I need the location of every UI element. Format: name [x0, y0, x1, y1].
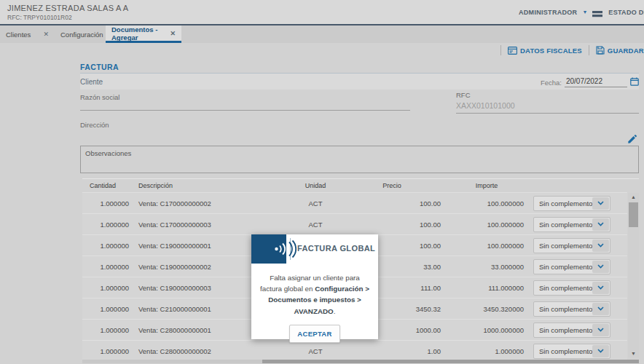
cell-importe: 100.000000 — [447, 242, 527, 250]
cell-unidad: ACT — [294, 199, 337, 207]
col-header-unidad: Unidad — [294, 182, 337, 189]
scrollbar-thumb[interactable] — [629, 202, 638, 227]
card-icon — [592, 8, 603, 16]
cell-cantidad: 1.000000 — [82, 242, 133, 250]
chevron-down-icon[interactable]: ▼ — [582, 9, 587, 15]
chevron-down-icon[interactable] — [592, 345, 609, 357]
chevron-down-icon[interactable] — [592, 218, 609, 231]
guardar-button[interactable]: GUARDAR — [596, 46, 644, 55]
complemento-selected-value: Sin complemento — [534, 221, 592, 229]
save-icon — [596, 46, 605, 55]
razon-social-label: Razón social — [80, 93, 119, 101]
complemento-selected-value: Sin complemento — [534, 305, 592, 313]
complemento-select[interactable]: Sin complemento — [533, 280, 610, 296]
dialog-message: Falta asignar un cliente para factura gl… — [251, 264, 378, 317]
scroll-up-icon[interactable]: ▲ — [628, 193, 639, 201]
cell-cantidad: 1.000000 — [82, 199, 133, 207]
tab-bar: Clientes ✕ Configuración ✕ Documentos - … — [0, 25, 644, 43]
close-icon[interactable]: ✕ — [170, 30, 176, 37]
cell-descripcion: Venta: C280000000002 — [133, 347, 294, 355]
cell-importe: 1.000000 — [447, 347, 527, 355]
tab-label: Configuración — [60, 31, 103, 39]
cell-importe: 33.000000 — [447, 263, 527, 271]
app-header: JIMENEZ ESTRADA SALAS A A RFC: TRPY01010… — [0, 0, 644, 24]
datos-fiscales-button[interactable]: DATOS FISCALES — [508, 47, 582, 55]
fecha-label: Fecha: — [541, 79, 562, 87]
aceptar-button[interactable]: ACEPTAR — [289, 325, 340, 343]
chevron-down-icon[interactable] — [592, 303, 609, 315]
calendar-icon[interactable] — [630, 76, 639, 89]
complemento-select[interactable]: Sin complemento — [533, 196, 610, 211]
complemento-selected-value: Sin complemento — [534, 347, 592, 355]
cell-precio: 100.00 — [337, 221, 447, 229]
tab-clientes[interactable]: Clientes ✕ — [0, 25, 55, 43]
horizontal-scrollbar-thumb[interactable] — [262, 360, 639, 363]
observaciones-input[interactable] — [81, 146, 638, 173]
cell-cantidad: 1.000000 — [82, 305, 133, 313]
chevron-down-icon[interactable] — [592, 324, 609, 336]
complemento-select[interactable]: Sin complemento — [533, 238, 610, 253]
col-header-cantidad: Cantidad — [82, 182, 133, 189]
cell-importe: 100.000000 — [447, 199, 527, 207]
cell-cantidad: 1.000000 — [82, 326, 133, 334]
complemento-select[interactable]: Sin complemento — [533, 217, 610, 232]
complemento-select[interactable]: Sin complemento — [533, 301, 610, 317]
complemento-select[interactable]: Sin complemento — [533, 323, 610, 338]
chevron-down-icon[interactable] — [592, 261, 609, 273]
rfc-input[interactable]: XAXX010101000 — [456, 101, 515, 110]
cliente-label: Cliente — [80, 78, 103, 86]
cell-unidad: ACT — [294, 347, 337, 355]
table-row[interactable]: 1.000000 Venta: C280000000002 ACT 1.00 1… — [82, 340, 627, 361]
tab-configuracion[interactable]: Configuración ✕ — [55, 25, 106, 43]
tab-label: Clientes — [6, 31, 31, 39]
sound-waves-icon — [273, 240, 297, 261]
cell-importe: 100.000000 — [447, 221, 527, 229]
fiscal-card-icon — [508, 47, 517, 55]
cell-cantidad: 1.000000 — [82, 263, 133, 271]
cell-importe: 3450.320000 — [447, 305, 527, 313]
complemento-select[interactable]: Sin complemento — [533, 344, 610, 359]
cell-cantidad: 1.000000 — [82, 284, 133, 292]
estado-del-link[interactable]: ESTADO DEL S — [608, 9, 644, 16]
cell-descripcion: Venta: C170000000002 — [133, 199, 294, 207]
fecha-group: Fecha: 20/07/2022 — [541, 76, 639, 89]
cell-precio: 1.00 — [337, 347, 447, 355]
tab-label: Documentos - Agregar — [111, 25, 162, 41]
chevron-down-icon[interactable] — [592, 240, 609, 252]
cell-precio: 100.00 — [337, 199, 447, 207]
dialog-header: FACTURA GLOBAL — [251, 234, 378, 264]
cell-unidad: ACT — [294, 221, 337, 229]
close-icon[interactable]: ✕ — [43, 31, 49, 38]
razon-social-input[interactable] — [80, 110, 410, 111]
user-menu[interactable]: ADMINISTRADOR — [519, 9, 577, 16]
col-header-precio: Precio — [337, 182, 447, 189]
table-header-row: Cantidad Descripción Unidad Precio Impor… — [82, 179, 627, 192]
chevron-down-icon[interactable] — [592, 197, 609, 210]
rfc-label: RFC — [456, 91, 471, 99]
complemento-selected-value: Sin complemento — [534, 284, 592, 292]
vertical-scrollbar[interactable]: ▲ ▼ — [628, 193, 639, 357]
fecha-input[interactable]: 20/07/2022 — [565, 77, 627, 87]
app-window: JIMENEZ ESTRADA SALAS A A RFC: TRPY01010… — [0, 0, 644, 364]
horizontal-scrollbar[interactable] — [82, 360, 639, 363]
cell-descripcion: Venta: C170000000003 — [133, 221, 294, 229]
tab-documentos-agregar[interactable]: Documentos - Agregar ✕ — [106, 25, 181, 43]
complemento-selected-value: Sin complemento — [534, 326, 592, 334]
cell-cantidad: 1.000000 — [82, 221, 133, 229]
dialog-title: FACTURA GLOBAL — [297, 244, 375, 253]
complemento-selected-value: Sin complemento — [534, 199, 592, 207]
table-row[interactable]: 1.000000 Venta: C170000000003 ACT 100.00… — [82, 213, 627, 234]
complemento-selected-value: Sin complemento — [534, 242, 592, 250]
scroll-down-icon[interactable]: ▼ — [628, 349, 639, 357]
observaciones-box — [80, 146, 639, 173]
complemento-select[interactable]: Sin complemento — [533, 259, 610, 274]
company-rfc: RFC: TRPY010101R02 — [7, 14, 72, 21]
toolbar: DATOS FISCALES GUARDAR SALIR — [500, 45, 644, 55]
chevron-down-icon[interactable] — [592, 282, 609, 294]
factura-global-dialog: FACTURA GLOBAL Falta asignar un cliente … — [251, 234, 378, 339]
cell-importe: 1000.000000 — [447, 326, 527, 334]
table-row[interactable]: 1.000000 Venta: C170000000002 ACT 100.00… — [82, 192, 627, 213]
rfc-underline — [456, 113, 639, 114]
company-name: JIMENEZ ESTRADA SALAS A A — [7, 4, 128, 12]
direccion-label: Dirección — [80, 121, 109, 129]
